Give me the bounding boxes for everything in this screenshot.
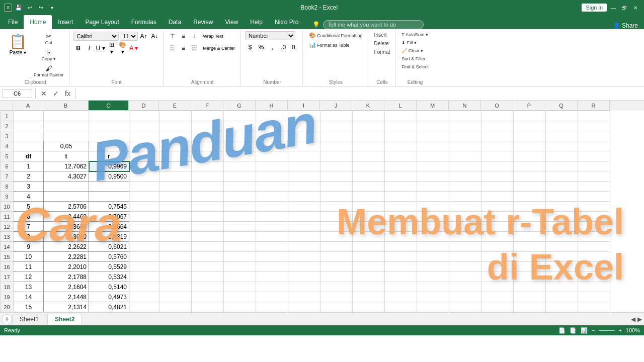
empty-cell[interactable]: [353, 141, 385, 151]
empty-cell[interactable]: [417, 262, 449, 272]
empty-cell[interactable]: [514, 242, 546, 252]
cell-a19[interactable]: 14: [14, 292, 44, 302]
empty-cell[interactable]: [481, 292, 514, 302]
sheet-scroll-area[interactable]: 12340,055dftr6112,70620,9969724,30270,95…: [0, 111, 644, 312]
cell-a8[interactable]: 3: [14, 182, 44, 192]
format-as-table-button[interactable]: 📊Format as Table: [307, 41, 351, 49]
cell-e15[interactable]: [159, 252, 192, 262]
empty-cell[interactable]: [288, 252, 320, 262]
cell-e4[interactable]: [159, 141, 192, 151]
cell-e9[interactable]: [159, 192, 192, 202]
cell-b13[interactable]: 2,3060: [44, 232, 89, 242]
empty-cell[interactable]: [320, 141, 353, 151]
empty-cell[interactable]: [417, 182, 449, 192]
empty-cell[interactable]: [288, 141, 320, 151]
empty-cell[interactable]: [481, 282, 514, 292]
cell-b4[interactable]: 0,05: [44, 141, 89, 151]
col-header-e[interactable]: E: [159, 101, 191, 111]
cell-a18[interactable]: 13: [14, 282, 44, 292]
conditional-format-button[interactable]: 🎨Conditional Formatting: [307, 31, 365, 40]
empty-cell[interactable]: [546, 131, 578, 141]
empty-cell[interactable]: [481, 192, 514, 202]
empty-cell[interactable]: [578, 131, 610, 141]
empty-cell[interactable]: [320, 212, 353, 222]
cell-b20[interactable]: 2,1314: [44, 302, 89, 312]
empty-cell[interactable]: [353, 252, 385, 262]
cell-d15[interactable]: [129, 252, 159, 262]
row-header[interactable]: 3: [1, 131, 14, 141]
empty-cell[interactable]: [385, 192, 417, 202]
empty-cell[interactable]: [353, 121, 385, 131]
empty-cell[interactable]: [578, 212, 610, 222]
comma-button[interactable]: ,: [267, 42, 277, 52]
empty-cell[interactable]: [385, 121, 417, 131]
empty-cell[interactable]: [385, 212, 417, 222]
empty-cell[interactable]: [546, 282, 578, 292]
empty-cell[interactable]: [320, 182, 353, 192]
empty-cell[interactable]: [320, 252, 353, 262]
cell-e18[interactable]: [159, 282, 192, 292]
empty-cell[interactable]: [288, 232, 320, 242]
tab-insert[interactable]: Insert: [52, 15, 79, 29]
scroll-right-button[interactable]: ▶: [637, 316, 642, 323]
empty-cell[interactable]: [417, 141, 449, 151]
row-header[interactable]: 5: [1, 151, 14, 161]
empty-cell[interactable]: [385, 171, 417, 182]
empty-cell[interactable]: [514, 161, 546, 171]
empty-cell[interactable]: [481, 212, 514, 222]
empty-cell[interactable]: [320, 242, 353, 252]
empty-cell[interactable]: [256, 242, 288, 252]
cell-c3[interactable]: [89, 131, 129, 141]
share-button[interactable]: 👤 Share: [613, 22, 638, 29]
cell-c4[interactable]: [89, 141, 129, 151]
empty-cell[interactable]: [256, 182, 288, 192]
empty-cell[interactable]: [578, 182, 610, 192]
empty-cell[interactable]: [353, 232, 385, 242]
cell-b17[interactable]: 2,1788: [44, 272, 89, 282]
decimal-decrease-button[interactable]: 0.: [289, 42, 299, 52]
empty-cell[interactable]: [320, 111, 353, 121]
empty-cell[interactable]: [288, 292, 320, 302]
col-header-j[interactable]: J: [320, 101, 352, 111]
zoom-slider[interactable]: ────: [599, 327, 614, 333]
empty-cell[interactable]: [514, 282, 546, 292]
clear-button[interactable]: 🧹 Clear ▾: [399, 47, 425, 54]
empty-cell[interactable]: [224, 171, 256, 182]
empty-cell[interactable]: [224, 242, 256, 252]
empty-cell[interactable]: [288, 282, 320, 292]
empty-cell[interactable]: [224, 151, 256, 161]
cell-d12[interactable]: [129, 222, 159, 232]
empty-cell[interactable]: [320, 262, 353, 272]
cell-c11[interactable]: 0,7067: [89, 212, 129, 222]
cancel-formula-button[interactable]: ✕: [39, 89, 49, 98]
empty-cell[interactable]: [514, 121, 546, 131]
empty-cell[interactable]: [256, 302, 288, 312]
row-header[interactable]: 19: [1, 292, 14, 302]
empty-cell[interactable]: [192, 202, 224, 212]
empty-cell[interactable]: [224, 252, 256, 262]
sheet-tab-sheet2[interactable]: Sheet2: [47, 314, 82, 325]
cell-a15[interactable]: 10: [14, 252, 44, 262]
font-color-button[interactable]: A ▾: [129, 43, 139, 53]
row-header[interactable]: 12: [1, 222, 14, 232]
align-bottom-button[interactable]: ⊥: [190, 31, 200, 41]
empty-cell[interactable]: [417, 292, 449, 302]
scroll-left-button[interactable]: ◀: [631, 316, 635, 323]
empty-cell[interactable]: [546, 151, 578, 161]
row-header[interactable]: 18: [1, 282, 14, 292]
row-header[interactable]: 2: [1, 121, 14, 131]
empty-cell[interactable]: [481, 131, 514, 141]
empty-cell[interactable]: [417, 272, 449, 282]
empty-cell[interactable]: [224, 302, 256, 312]
align-left-button[interactable]: ☰: [168, 43, 178, 53]
empty-cell[interactable]: [546, 202, 578, 212]
empty-cell[interactable]: [288, 111, 320, 121]
cell-a14[interactable]: 9: [14, 242, 44, 252]
empty-cell[interactable]: [385, 282, 417, 292]
find-select-button[interactable]: Find & Select: [399, 63, 431, 70]
empty-cell[interactable]: [578, 141, 610, 151]
empty-cell[interactable]: [192, 292, 224, 302]
empty-cell[interactable]: [449, 272, 481, 282]
empty-cell[interactable]: [578, 282, 610, 292]
bold-button[interactable]: B: [73, 43, 84, 53]
